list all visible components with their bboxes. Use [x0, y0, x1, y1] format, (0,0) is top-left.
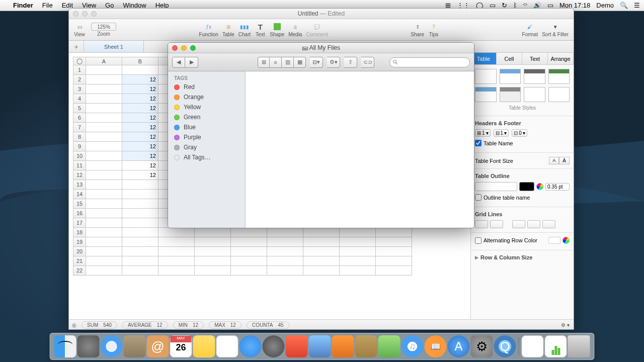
cell[interactable]: 12 [122, 161, 158, 170]
share-button[interactable]: ⇪ [344, 57, 357, 68]
close-button[interactable] [73, 11, 78, 17]
grid-btn-4[interactable] [527, 220, 540, 228]
cell[interactable] [303, 247, 340, 256]
row-header[interactable]: 4 [73, 94, 86, 104]
dock-mail-icon[interactable]: @ [147, 335, 169, 357]
cell[interactable] [158, 228, 195, 237]
cell[interactable] [86, 247, 122, 256]
font-larger-button[interactable]: A [559, 157, 570, 164]
row-header[interactable]: 10 [73, 151, 86, 161]
dock-pages-icon[interactable] [332, 335, 354, 357]
table-style-3[interactable] [524, 69, 545, 84]
cell[interactable] [122, 256, 158, 266]
row-header[interactable]: 20 [73, 247, 86, 256]
dock-appstore-icon[interactable]: A [448, 335, 470, 357]
cell[interactable] [267, 247, 303, 256]
cell[interactable] [376, 256, 412, 266]
row-header[interactable]: 12 [73, 170, 86, 180]
cell[interactable]: 12 [122, 170, 158, 180]
coverflow-view-button[interactable]: ▦ [294, 57, 306, 68]
cell[interactable] [231, 237, 267, 247]
cell[interactable] [86, 65, 122, 75]
icon-view-button[interactable]: ⊞ [258, 57, 270, 68]
zoom-button[interactable] [190, 45, 196, 51]
outline-width-input[interactable] [545, 183, 570, 191]
cell[interactable] [340, 237, 376, 247]
row-header[interactable]: 2 [73, 75, 86, 84]
toolbar-zoom[interactable]: 125%Zoom [91, 23, 116, 37]
toolbar-comment[interactable]: 💬Comment [306, 22, 328, 37]
cell[interactable] [195, 247, 231, 256]
cell[interactable] [122, 247, 158, 256]
sheet-tab-1[interactable]: Sheet 1 [84, 41, 144, 52]
cell[interactable] [86, 142, 122, 151]
sidebar-tag-item[interactable]: Green [168, 112, 245, 122]
inspector-tab-text[interactable]: Text [522, 53, 548, 64]
header-rows-stepper[interactable]: ⊞ 1 ▾ [475, 129, 491, 137]
dock-numbers-icon[interactable] [545, 335, 567, 357]
toolbar-media[interactable]: ♫Media [288, 22, 302, 37]
cell[interactable] [86, 161, 122, 170]
cell[interactable] [86, 180, 122, 190]
row-header[interactable]: 22 [73, 266, 86, 276]
cell[interactable] [86, 84, 122, 94]
table-style-1[interactable] [475, 69, 497, 84]
toolbar-sortfilter[interactable]: ▼Sort & Filter [542, 22, 569, 37]
row-header[interactable]: 8 [73, 132, 86, 142]
dock-downloads-icon[interactable] [522, 335, 544, 357]
row-header[interactable]: 21 [73, 256, 86, 266]
cell[interactable]: 12 [122, 151, 158, 161]
dock-messages-icon[interactable] [239, 335, 262, 357]
add-sheet-button[interactable]: + [69, 41, 84, 52]
cell[interactable] [231, 256, 267, 266]
cell[interactable]: 12 [122, 113, 158, 123]
dock-iphoto-icon[interactable] [309, 335, 331, 357]
spotlight-icon[interactable]: 🔍 [620, 2, 628, 9]
dock-reminders-icon[interactable] [216, 335, 238, 357]
cell[interactable] [86, 199, 122, 209]
cell[interactable] [86, 151, 122, 161]
row-header[interactable]: 7 [73, 123, 86, 132]
row-header[interactable]: 17 [73, 218, 86, 228]
cell[interactable] [340, 266, 376, 276]
menu-file[interactable]: File [42, 2, 53, 9]
sidebar-tag-item[interactable]: Red [168, 82, 245, 92]
cell[interactable] [231, 247, 267, 256]
cell[interactable] [122, 228, 158, 237]
zoom-button[interactable] [91, 11, 97, 17]
user-name[interactable]: Demo [596, 2, 614, 9]
app-menu[interactable]: Finder [13, 2, 33, 9]
cell[interactable] [86, 170, 122, 180]
cell[interactable] [86, 94, 122, 104]
sidebar-tag-item[interactable]: Yellow [168, 102, 245, 112]
sidebar-tag-item[interactable]: Gray [168, 142, 245, 152]
cell[interactable] [376, 237, 412, 247]
cell[interactable] [376, 247, 412, 256]
table-style-6[interactable] [500, 87, 521, 102]
row-header[interactable]: 19 [73, 237, 86, 247]
cell[interactable] [122, 209, 158, 218]
row-header[interactable]: 6 [73, 113, 86, 123]
toolbar-shape[interactable]: Shape [270, 22, 284, 37]
grid-btn-2[interactable] [490, 220, 503, 228]
header-cols-stepper[interactable]: ⊟ 1 ▾ [494, 129, 509, 137]
dock-ibooks-icon[interactable]: 📖 [425, 335, 447, 357]
select-all-corner[interactable]: ◯ [73, 57, 86, 65]
finder-titlebar[interactable]: 🖴 All My Files [168, 43, 474, 53]
cell[interactable] [340, 247, 376, 256]
font-smaller-button[interactable]: A [549, 157, 559, 164]
back-button[interactable]: ◀ [172, 57, 185, 68]
cell[interactable] [231, 266, 267, 276]
finder-search-input[interactable] [389, 57, 470, 67]
toolbar-text[interactable]: TText [255, 22, 266, 37]
list-view-button[interactable]: ≡ [270, 57, 282, 68]
toolbar-function[interactable]: ƒxFunction [199, 22, 218, 37]
cell[interactable] [122, 266, 158, 276]
cell[interactable] [195, 266, 231, 276]
cell[interactable]: 12 [122, 104, 158, 113]
cell[interactable] [122, 190, 158, 199]
row-header[interactable]: 1 [73, 65, 86, 75]
grid-btn-1[interactable] [475, 220, 488, 228]
close-button[interactable] [172, 45, 178, 51]
cell[interactable] [86, 190, 122, 199]
